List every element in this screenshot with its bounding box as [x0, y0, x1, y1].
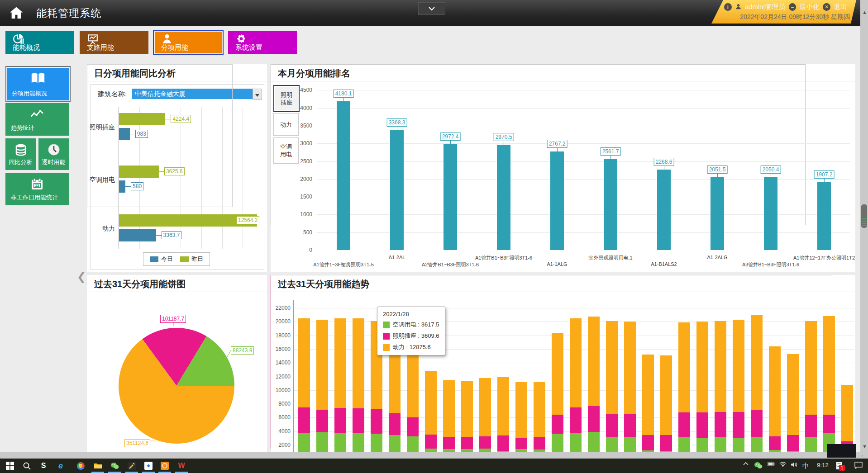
rank-filter-button-3[interactable]: 空调 用电 — [273, 137, 299, 164]
hbar-昨日 — [119, 166, 159, 178]
pie-chart-icon — [13, 33, 24, 44]
wps-icon[interactable]: W — [176, 461, 186, 471]
rank-bar — [337, 101, 350, 250]
rank-filter-button-1[interactable]: 照明 插座 — [273, 85, 300, 112]
tray-volume-icon[interactable] — [791, 462, 797, 468]
pinwheel-icon[interactable]: S — [38, 461, 48, 471]
trend-bar-segment-照明插座 — [570, 407, 582, 433]
value-label: 580 — [131, 182, 143, 190]
trend-bar-segment-照明插座 — [751, 410, 763, 437]
trend-bar-segment-照明插座 — [443, 437, 455, 449]
topbar-dropdown[interactable] — [418, 2, 445, 15]
chrome-icon[interactable] — [76, 461, 86, 471]
nav-tab-1[interactable]: 能耗概况 — [5, 31, 74, 54]
folder-icon[interactable] — [93, 461, 103, 471]
scroll-down-icon[interactable]: ▼ — [862, 444, 867, 449]
legend-item: 今日 — [150, 255, 173, 263]
scroll-up-icon[interactable]: ▲ — [862, 10, 867, 15]
gear-icon — [235, 33, 247, 44]
sidebar-item-1[interactable]: 分项用能概况 — [5, 66, 71, 102]
x-category-label: A2管井B1~B3F照明3T1-6 — [422, 261, 479, 268]
x-category-label: A1-1ALG — [547, 261, 567, 267]
category-label: 空调用电 — [87, 176, 115, 184]
y-tick-label: 1500 — [291, 194, 312, 200]
trend-bar-segment-照明插座 — [534, 437, 545, 449]
horizontal-scrollbar[interactable]: ▶ — [0, 452, 860, 459]
trend-bar-segment-照明插座 — [588, 406, 600, 432]
tooltip-date: 2022/1/28 — [383, 311, 439, 317]
sidebar-item-3[interactable]: 同比分析 — [5, 138, 36, 170]
logout-label[interactable]: 退出 — [834, 3, 847, 11]
trend-bar-segment-动力 — [624, 322, 636, 414]
trend-bar-segment-动力 — [751, 315, 763, 410]
sidebar-item-label: 趋势统计 — [11, 124, 34, 132]
minimize-label[interactable]: 最小化 — [799, 3, 820, 11]
user-icon — [735, 3, 742, 11]
tooltip-row: 空调用电 : 3617.5 — [383, 321, 439, 329]
clock-icon — [47, 143, 61, 158]
rank-bar — [657, 170, 671, 250]
vertical-scrollbar-thumb[interactable] — [861, 204, 867, 228]
tool-icon[interactable] — [127, 461, 137, 471]
trend-bar-segment-照明插座 — [823, 415, 835, 433]
tray-clock[interactable]: 9:12 — [815, 462, 831, 468]
orange-app-icon[interactable] — [160, 461, 170, 471]
hbar-今日 — [119, 128, 130, 140]
y-tick-label: 2000 — [291, 176, 312, 182]
y-tick-label: 8000 — [271, 401, 291, 407]
vertical-scrollbar[interactable]: ▲ ▼ — [860, 0, 868, 459]
y-tick-label: 20000 — [271, 318, 291, 325]
trend-bar-segment-照明插座 — [678, 412, 690, 437]
nav-tab-label: 支路用能 — [87, 43, 114, 52]
rank-bar — [817, 182, 831, 250]
collapse-panel-chevron-left-icon[interactable]: ❮ — [77, 270, 86, 283]
wechat-icon[interactable] — [110, 461, 119, 471]
value-label: 1907.2 — [814, 170, 835, 179]
trend-bar-segment-照明插座 — [461, 437, 473, 449]
ie-icon[interactable]: e — [56, 461, 66, 471]
trend-bar-segment-照明插座 — [624, 414, 636, 437]
tray-wechat-icon[interactable] — [754, 462, 763, 469]
windows-start-icon[interactable] — [5, 461, 15, 471]
trend-bar-segment-照明插座 — [353, 408, 364, 433]
close-icon[interactable]: ✕ — [823, 3, 830, 11]
action-center-icon[interactable] — [854, 462, 863, 469]
info-icon[interactable]: i — [724, 3, 732, 11]
tray-wifi-icon[interactable] — [779, 462, 787, 467]
y-tick-label: 6000 — [271, 414, 291, 421]
home-icon[interactable] — [5, 3, 28, 23]
trend-bar-segment-动力 — [443, 380, 455, 437]
value-label: 2050.4 — [761, 166, 781, 174]
dark-overlay-box — [827, 444, 856, 458]
y-tick-label: 14000 — [271, 359, 291, 366]
t-app-icon[interactable] — [143, 461, 153, 471]
pie-value-label: 351124.6 — [124, 439, 150, 447]
tray-battery-icon[interactable] — [768, 462, 775, 466]
rank-filter-button-2[interactable]: 动力 — [273, 113, 299, 136]
search-icon[interactable] — [22, 461, 32, 471]
sidebar-item-label: 同比分析 — [9, 158, 33, 166]
trend-bar-segment-动力 — [497, 377, 509, 435]
sidebar-item-5[interactable]: 12非工作日用能统计 — [5, 173, 69, 205]
value-connector — [771, 174, 771, 177]
sidebar-item-4[interactable]: 逐时用能 — [38, 138, 69, 170]
value-connector — [397, 127, 397, 130]
trend-bar-segment-照明插座 — [733, 412, 744, 438]
nav-tab-4[interactable]: 系统设置 — [228, 31, 297, 54]
trend-bar-segment-照明插座 — [715, 412, 726, 437]
minimize-icon[interactable]: − — [789, 3, 796, 11]
trend-bar-segment-照明插座 — [407, 417, 419, 436]
sidebar-item-2[interactable]: 趋势统计 — [5, 103, 69, 136]
trend-bar-segment-动力 — [552, 333, 563, 415]
user-panel: i admin|管理员 − 最小化 ✕ 退出 2022年02月24日 09时12… — [711, 0, 856, 24]
daily-compare-chart: 照明插座4224.4983空调用电3625.6580动力12564.23363.… — [87, 64, 267, 272]
tray-chevron-up-icon[interactable] — [743, 462, 749, 465]
trend-bar-segment-照明插座 — [371, 409, 382, 434]
nav-tab-3[interactable]: 分项用能 — [154, 31, 223, 54]
tray-ime-indicator[interactable]: 中 — [802, 462, 809, 470]
value-label: 2268.6 — [654, 158, 674, 166]
trend-bar-segment-照明插座 — [479, 436, 491, 449]
nav-tab-2[interactable]: 支路用能 — [80, 31, 148, 54]
trend-bar-segment-照明插座 — [606, 414, 618, 437]
trend-bar-segment-动力 — [823, 316, 835, 415]
